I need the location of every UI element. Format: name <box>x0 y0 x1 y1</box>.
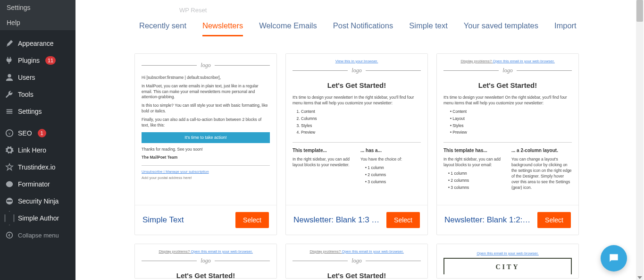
sidebar-item-trustindex[interactable]: Trustindex.io <box>0 159 75 176</box>
template-card: logo Hi [subscriber:firstname | default:… <box>134 53 277 235</box>
tab-newsletters[interactable]: Newsletters <box>202 18 243 36</box>
template-tabs: Recently sent Newsletters Welcome Emails… <box>75 14 644 36</box>
select-button[interactable]: Select <box>386 212 420 228</box>
collapse-icon <box>5 230 14 240</box>
chat-fab[interactable] <box>601 245 627 272</box>
template-preview[interactable]: Display problems? Open this email in you… <box>135 244 276 278</box>
cta-button: It's time to take action! <box>142 132 270 143</box>
topline-text: WP Reset <box>75 0 644 14</box>
admin-sidebar: Settings Help Appearance Plugins11 Users… <box>0 0 75 280</box>
select-button[interactable]: Select <box>537 212 571 228</box>
template-grid: logo Hi [subscriber:firstname | default:… <box>75 36 644 279</box>
sidebar-item-settings[interactable]: Settings <box>0 103 75 120</box>
tab-welcome-emails[interactable]: Welcome Emails <box>259 18 317 36</box>
sidebar-item-simpleauthor[interactable]: Simple Author <box>0 210 75 227</box>
ninja-icon <box>5 196 14 206</box>
main-content: WP Reset Recently sent Newsletters Welco… <box>75 0 644 280</box>
template-title: Newsletter: Blank 1:2:1 ... <box>444 215 534 225</box>
sidebar-sub-settings[interactable]: Settings <box>0 0 75 15</box>
chat-icon <box>608 252 620 264</box>
sidebar-item-seo[interactable]: YSEO1 <box>0 125 75 142</box>
star-icon <box>5 162 14 172</box>
sidebar-item-users[interactable]: Users <box>0 69 75 86</box>
template-preview[interactable]: logo Hi [subscriber:firstname | default:… <box>135 54 276 205</box>
template-preview[interactable]: Display problems? Open this email in you… <box>286 244 427 278</box>
plugins-badge: 11 <box>45 56 56 65</box>
brush-icon <box>5 39 14 48</box>
tab-post-notifications[interactable]: Post Notifications <box>333 18 393 36</box>
svg-text:Y: Y <box>8 132 11 136</box>
template-card: Display problems? Open this email in you… <box>134 244 277 279</box>
svg-rect-4 <box>7 200 12 202</box>
collapse-menu[interactable]: Collapse menu <box>0 227 75 244</box>
tab-saved-templates[interactable]: Your saved templates <box>464 18 538 36</box>
scroll-down-icon[interactable] <box>637 276 642 279</box>
tab-recently-sent[interactable]: Recently sent <box>139 18 186 36</box>
seo-icon: Y <box>5 128 14 138</box>
sidebar-item-forminator[interactable]: Forminator <box>0 176 75 193</box>
template-card: Display problems? Open this email in you… <box>285 244 428 279</box>
sliders-icon <box>5 107 14 116</box>
template-title: Newsletter: Blank 1:3 C... <box>293 215 383 225</box>
svg-point-0 <box>8 74 11 77</box>
tab-simple-text[interactable]: Simple text <box>409 18 448 36</box>
sidebar-item-tools[interactable]: Tools <box>0 86 75 103</box>
plug-icon <box>5 56 14 65</box>
sidebar-sub-help[interactable]: Help <box>0 15 75 30</box>
wrench-icon <box>5 90 14 99</box>
scrollbar-thumb[interactable] <box>636 0 643 22</box>
seo-badge: 1 <box>38 129 46 137</box>
template-preview[interactable]: Open this email in your web browser. CIT… <box>437 244 578 278</box>
svg-point-5 <box>7 232 13 238</box>
forminator-icon <box>5 179 14 189</box>
template-preview[interactable]: View this in your browser. logo Let's Ge… <box>286 54 427 205</box>
sidebar-item-appearance[interactable]: Appearance <box>0 35 75 52</box>
sidebar-item-plugins[interactable]: Plugins11 <box>0 52 75 69</box>
template-title: Simple Text <box>142 215 184 225</box>
sidebar-item-securityninja[interactable]: Security Ninja <box>0 193 75 210</box>
template-card: Display problems? Open this email in you… <box>436 53 579 235</box>
scrollbar-track[interactable] <box>636 0 644 280</box>
template-preview[interactable]: Display problems? Open this email in you… <box>437 54 578 205</box>
template-card: View this in your browser. logo Let's Ge… <box>285 53 428 235</box>
gear-icon <box>5 145 14 155</box>
author-icon <box>5 213 14 223</box>
select-button[interactable]: Select <box>235 212 269 228</box>
tab-import[interactable]: Import <box>554 18 577 36</box>
leaf-icon: ❦ <box>504 275 510 278</box>
user-icon <box>5 73 14 82</box>
sidebar-item-linkhero[interactable]: Link Hero <box>0 142 75 159</box>
template-card: Open this email in your web browser. CIT… <box>436 244 579 279</box>
